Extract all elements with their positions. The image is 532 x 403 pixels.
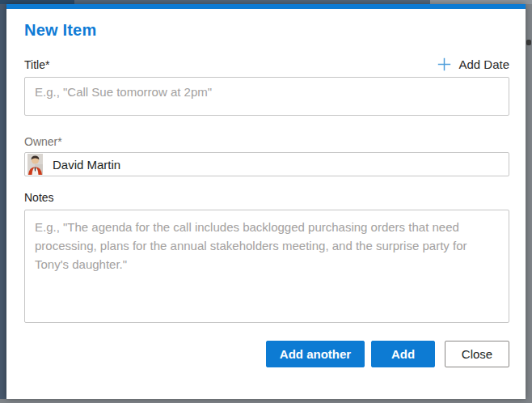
title-label-row: Title* Add Date bbox=[24, 57, 509, 71]
title-input[interactable] bbox=[24, 77, 509, 116]
owner-name: David Martin bbox=[53, 158, 120, 172]
background-bottom-edge bbox=[0, 399, 532, 403]
owner-avatar bbox=[27, 154, 43, 175]
background-left-edge bbox=[0, 4, 6, 399]
add-date-button[interactable]: Add Date bbox=[437, 57, 509, 71]
add-another-button[interactable]: Add another bbox=[266, 341, 365, 367]
plus-icon bbox=[437, 57, 451, 71]
title-label: Title* bbox=[24, 58, 49, 71]
new-item-dialog: New Item Title* Add Date Owner* bbox=[6, 4, 526, 399]
page-title: New Item bbox=[24, 21, 509, 40]
add-date-label: Add Date bbox=[458, 57, 509, 71]
dialog-body: New Item Title* Add Date Owner* bbox=[6, 9, 526, 367]
owner-field[interactable]: David Martin bbox=[24, 152, 509, 176]
owner-label: Owner* bbox=[24, 135, 509, 148]
dialog-footer: Add another Add Close bbox=[24, 341, 509, 367]
background-right-edge bbox=[526, 4, 532, 399]
background-glyph bbox=[526, 40, 531, 45]
add-button[interactable]: Add bbox=[371, 341, 435, 367]
close-button[interactable]: Close bbox=[445, 341, 509, 367]
notes-input[interactable] bbox=[24, 210, 509, 323]
notes-label: Notes bbox=[24, 191, 509, 204]
